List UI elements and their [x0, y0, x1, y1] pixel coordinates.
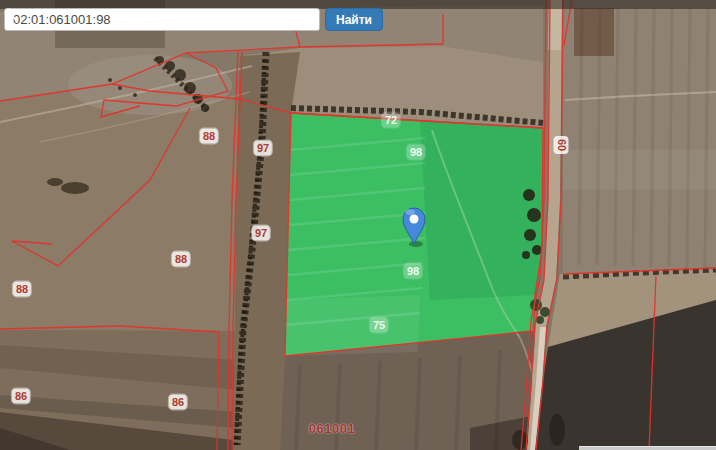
parcel-number-label: 88: [200, 129, 218, 144]
location-pin-icon[interactable]: [399, 202, 429, 247]
parcel-number-label: 75: [370, 318, 388, 333]
parcel-number-label: 88: [172, 252, 190, 267]
search-icon: [4, 8, 16, 20]
cadastral-quarter-label: 061001: [309, 421, 355, 436]
attribution-bar: [579, 446, 716, 450]
parcel-number-label: 88: [13, 282, 31, 297]
road-parcel-number-label: 60: [554, 136, 569, 154]
parcel-number-label: 98: [407, 145, 425, 160]
satellite-map[interactable]: [0, 0, 716, 450]
parcel-number-label: 86: [12, 389, 30, 404]
parcel-number-label: 97: [252, 226, 270, 241]
search-input[interactable]: [4, 8, 320, 31]
cadastral-map-viewport[interactable]: 88 97 97 88 88 86 86 72 98 98 75 60 0610…: [0, 0, 716, 450]
parcel-number-label: 86: [169, 395, 187, 410]
search-bar: Найти: [4, 8, 383, 31]
parcel-number-label: 97: [254, 141, 272, 156]
parcel-number-label: 98: [404, 264, 422, 279]
search-button[interactable]: Найти: [325, 8, 383, 31]
parcel-number-label: 72: [382, 113, 400, 128]
search-button-label: Найти: [336, 13, 372, 27]
